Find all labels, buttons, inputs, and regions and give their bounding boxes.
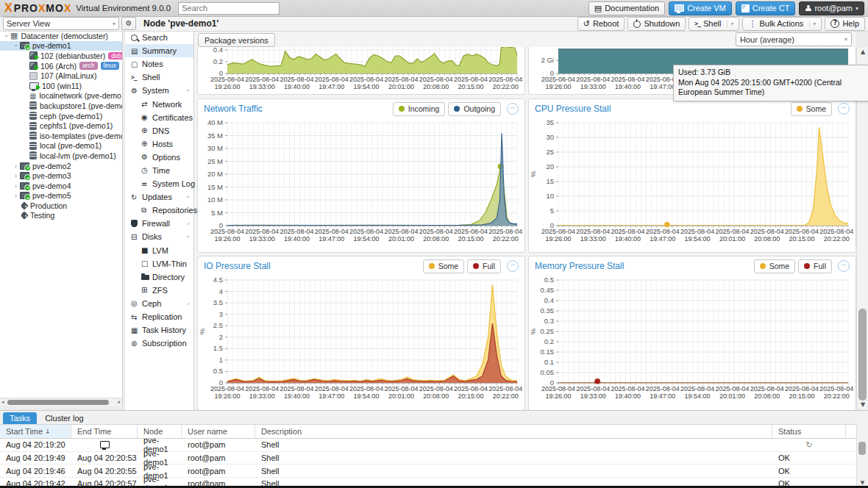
shell-button[interactable]: >_ Shell ▾ [689,17,739,31]
menu-item-repositories[interactable]: ⧉Repositories [125,204,193,217]
menu-item-certificates[interactable]: ◉Certificates [125,111,193,124]
tasks-vertical-scrollbar[interactable]: ▼ [856,424,868,487]
menu-item-updates[interactable]: ↻Updates› [125,190,193,204]
menu-item-firewall[interactable]: Firewall› [125,217,193,230]
chevron-down-icon[interactable]: ▾ [727,21,733,27]
menu-item-summary[interactable]: ▤Summary [125,44,193,57]
column-header-start-time[interactable]: Start Time ↓ [0,425,71,438]
task-row[interactable]: Aug 04 20:19:49Aug 04 20:20:53pve-demo1r… [0,452,868,465]
create-ct-button[interactable]: Create CT [736,1,796,15]
menu-item-hosts[interactable]: ⊕Hosts [125,137,193,151]
legend-toggle-incoming[interactable]: Incoming [393,102,446,116]
view-select[interactable]: Server View ▾ [3,17,119,30]
tree-item-backupstore1-pve-demo1[interactable]: backupstore1 (pve-demo1) [0,101,122,111]
legend-toggle-outgoing[interactable]: Outgoing [448,102,501,116]
legend-toggle-some[interactable]: Some [791,102,832,116]
legend-toggle-full[interactable]: Full [798,259,832,273]
collapse-panel-icon[interactable]: − [838,260,850,272]
chevron-down-icon[interactable]: › [185,90,192,93]
tree-item-107-almalinux[interactable]: 107 (AlmaLinux) [0,71,122,81]
task-row[interactable]: Aug 04 20:19:46Aug 04 20:20:55pve-demo1r… [0,464,868,478]
help-button[interactable]: ? Help [825,17,865,31]
tree-item-datacenter-democluster[interactable]: ›▦Datacenter (democluster) [0,31,122,41]
menu-item-task-history[interactable]: ▦Task History [125,323,193,337]
documentation-button[interactable]: ▤ Documentation [588,1,665,15]
menu-item-lvm-thin[interactable]: □LVM-Thin [125,257,193,270]
expand-icon[interactable]: › [12,162,20,170]
tree-item-localnetwork-pve-demo1[interactable]: ▦localnetwork (pve-demo1) [0,91,122,101]
tab-cluster-log[interactable]: Cluster log [38,412,90,424]
tree-item-pve-demo2[interactable]: ›pve-demo2 [0,161,122,171]
column-header-user-name[interactable]: User name [182,425,255,438]
tree-item-106-arch[interactable]: 106 (Arch)archlinux [0,61,122,71]
tree-item-testing[interactable]: Testing [0,211,122,221]
scroll-down-icon[interactable]: ▼ [857,480,868,486]
timeframe-select[interactable]: Hour (average) ▾ [736,32,852,46]
expand-icon[interactable]: › [12,172,20,179]
menu-item-ceph[interactable]: ◎Ceph› [125,297,193,310]
menu-item-shell[interactable]: >_Shell [125,71,193,84]
legend-toggle-full[interactable]: Full [467,259,501,273]
collapse-panel-icon[interactable]: − [838,103,850,115]
menu-item-search[interactable]: Search [125,31,193,44]
tree-horizontal-scrollbar[interactable]: ◂ ▸ [0,398,122,406]
menu-item-zfs[interactable]: ⊞ZFS [125,284,193,297]
tab-tasks[interactable]: Tasks [3,412,37,424]
bulk-actions-button[interactable]: ⋮ Bulk Actions ▾ [742,17,822,31]
shutdown-button[interactable]: Shutdown [627,17,686,31]
collapse-panel-icon[interactable]: − [507,103,519,115]
menu-item-disks[interactable]: ⊟Disks› [125,230,193,243]
menu-item-time[interactable]: ◷Time [125,164,193,177]
menu-item-system[interactable]: ⚙System› [125,84,193,97]
tree-item-pve-demo5[interactable]: ›pve-demo5 [0,191,122,201]
column-header-description[interactable]: Description [255,425,772,438]
menu-item-options[interactable]: ⚙Options [125,151,193,164]
tree-item-iso-templates-pve-demo1[interactable]: iso-templates (pve-demo1) [0,131,122,141]
tree-item-pve-demo4[interactable]: ›pve-demo4 [0,181,122,191]
menu-item-lvm[interactable]: ■LVM [125,244,193,257]
tree-item-pve-demo3[interactable]: ›pve-demo3 [0,171,122,181]
tree-item-100-win11[interactable]: 100 (win11) [0,81,122,91]
column-header-end-time[interactable]: End Time [71,425,138,438]
expand-icon[interactable]: › [12,192,20,199]
menu-item-subscription[interactable]: ⊛Subscription [125,337,193,350]
tree-item-local-lvm-pve-demo1[interactable]: local-lvm (pve-demo1) [0,151,122,161]
package-versions-button[interactable]: Package versions [198,33,275,47]
tree-item-pve-demo1[interactable]: ›pve-demo1 [0,41,122,51]
expand-icon[interactable]: › [12,182,20,190]
scroll-left-icon[interactable]: ◂ [1,399,4,405]
user-menu-button[interactable]: root@pam ▾ [799,1,864,15]
tree-item-ceph-pve-demo1[interactable]: ceph (pve-demo1) [0,111,122,121]
scroll-down-icon[interactable]: ▼ [857,401,868,408]
menu-item-network[interactable]: ⇄Network [125,97,193,110]
scrollbar-thumb[interactable] [858,442,866,455]
task-row[interactable]: Aug 04 20:19:20pve-demo1root@pamShell↻› [0,439,868,452]
tree-item-production[interactable]: Production [0,201,122,211]
scroll-up-icon[interactable]: ▲ [857,49,868,55]
menu-item-replication[interactable]: ⇆Replication [125,310,193,323]
legend-toggle-some[interactable]: Some [423,259,464,273]
scrollbar-thumb[interactable] [7,400,109,405]
create-vm-button[interactable]: Create VM [669,1,732,15]
collapse-icon[interactable]: › [3,32,10,40]
collapse-panel-icon[interactable]: − [507,260,519,272]
chevron-right-icon[interactable]: › [187,220,190,227]
reboot-button[interactable]: ↺ Reboot [577,17,625,31]
column-header-status[interactable]: Status [772,425,846,438]
legend-toggle-some[interactable]: Some [754,259,795,273]
chevron-down-icon[interactable]: › [185,236,192,239]
scrollbar-thumb[interactable] [858,309,867,401]
scroll-right-icon[interactable]: ▸ [118,399,121,405]
menu-item-notes[interactable]: ▢Notes [125,57,193,71]
chevron-down-icon[interactable]: ▾ [809,21,816,27]
chevron-right-icon[interactable]: › [187,300,190,307]
tree-item-102-debianbuster[interactable]: 102 (debianbuster)deblinux [0,51,122,61]
chevron-down-icon[interactable]: › [185,195,192,198]
global-search-input[interactable] [178,2,280,15]
menu-item-system-log[interactable]: ≡System Log [125,177,193,190]
menu-item-directory[interactable]: Directory [125,270,193,284]
tree-item-local-pve-demo1[interactable]: local (pve-demo1) [0,141,122,151]
collapse-icon[interactable]: › [13,42,20,50]
tree-settings-button[interactable]: ⚙ [121,17,136,30]
tree-item-cephfs1-pve-demo1[interactable]: cephfs1 (pve-demo1) [0,121,122,131]
